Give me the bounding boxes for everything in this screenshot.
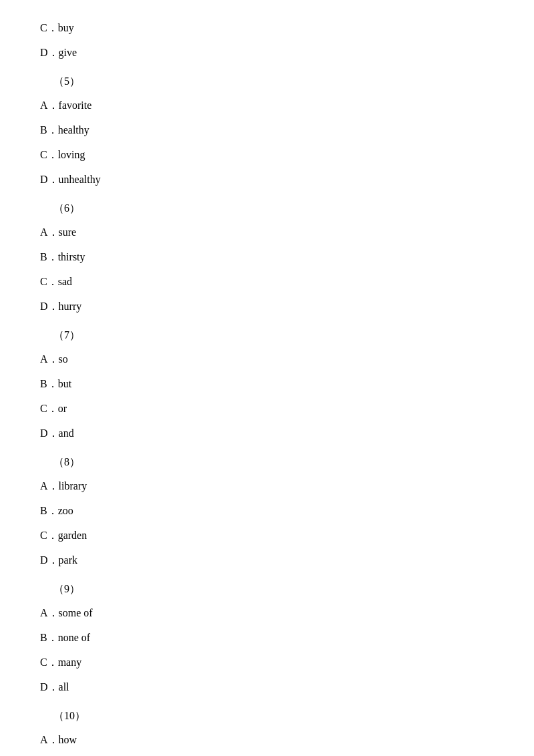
item-text: library <box>59 480 87 492</box>
item-label: C． <box>40 403 58 414</box>
list-item: D．unhealthy <box>40 170 494 190</box>
list-item: C．garden <box>40 526 494 546</box>
item-label: B． <box>40 632 58 643</box>
item-label: C． <box>40 656 58 668</box>
item-text: how <box>59 734 77 745</box>
item-label: D． <box>40 174 59 185</box>
item-text: loving <box>58 149 85 160</box>
item-text: hurry <box>59 301 82 312</box>
list-item: C．many <box>40 653 494 673</box>
list-item: A．library <box>40 477 494 496</box>
list-item: A．so <box>40 350 494 369</box>
item-label: A． <box>40 734 59 745</box>
item-label: C． <box>40 22 58 33</box>
item-label: C． <box>40 149 58 160</box>
list-item: A．favorite <box>40 96 494 116</box>
question-number-10: （10） <box>53 707 494 726</box>
item-text: many <box>58 656 82 668</box>
item-label: A． <box>40 607 59 618</box>
list-item: C．buy <box>40 19 494 38</box>
question-number-7: （7） <box>53 326 494 345</box>
list-item: D．give <box>40 43 494 63</box>
list-item: A．sure <box>40 223 494 242</box>
item-text: some of <box>59 607 93 618</box>
item-text: but <box>58 378 71 389</box>
item-label: B． <box>40 378 58 389</box>
item-label: D． <box>40 681 59 693</box>
item-text: and <box>59 427 74 439</box>
item-text: sad <box>58 276 72 287</box>
item-text: favorite <box>59 100 92 111</box>
list-item: C．loving <box>40 146 494 165</box>
item-text: none of <box>58 632 90 643</box>
list-item: D．hurry <box>40 297 494 317</box>
list-item: C．or <box>40 399 494 419</box>
item-text: garden <box>58 530 87 541</box>
list-item: D．and <box>40 424 494 443</box>
item-label: D． <box>40 427 59 439</box>
list-item: D．park <box>40 551 494 570</box>
item-label: A． <box>40 226 59 238</box>
item-label: A． <box>40 353 59 365</box>
item-label: D． <box>40 47 59 58</box>
question-number-8: （8） <box>53 453 494 472</box>
item-text: give <box>59 47 77 58</box>
question-number-5: （5） <box>53 72 494 91</box>
question-number-9: （9） <box>53 580 494 599</box>
item-label: B． <box>40 251 58 262</box>
question-number-6: （6） <box>53 199 494 218</box>
item-text: all <box>59 681 69 693</box>
item-text: thirsty <box>58 251 85 262</box>
item-text: healthy <box>58 124 89 136</box>
item-label: B． <box>40 124 58 136</box>
list-item: B．healthy <box>40 121 494 140</box>
item-label: D． <box>40 301 59 312</box>
item-label: A． <box>40 480 59 492</box>
list-item: A．how <box>40 731 494 750</box>
item-label: C． <box>40 530 58 541</box>
list-item: B．none of <box>40 628 494 648</box>
item-text: unhealthy <box>59 174 101 185</box>
list-item: B．but <box>40 375 494 394</box>
list-item: B．zoo <box>40 502 494 521</box>
list-item: C．sad <box>40 272 494 292</box>
item-text: so <box>59 353 68 365</box>
item-text: or <box>58 403 67 414</box>
page-content: C．buy D．give （5） A．favorite B．healthy C．… <box>0 0 534 756</box>
list-item: A．some of <box>40 604 494 623</box>
item-text: park <box>59 554 77 566</box>
item-text: zoo <box>58 505 73 516</box>
list-item: D．all <box>40 678 494 697</box>
item-text: buy <box>58 22 74 33</box>
item-label: D． <box>40 554 59 566</box>
item-text: sure <box>59 226 77 238</box>
list-item: B．thirsty <box>40 248 494 267</box>
item-label: C． <box>40 276 58 287</box>
item-label: B． <box>40 505 58 516</box>
item-label: A． <box>40 100 59 111</box>
